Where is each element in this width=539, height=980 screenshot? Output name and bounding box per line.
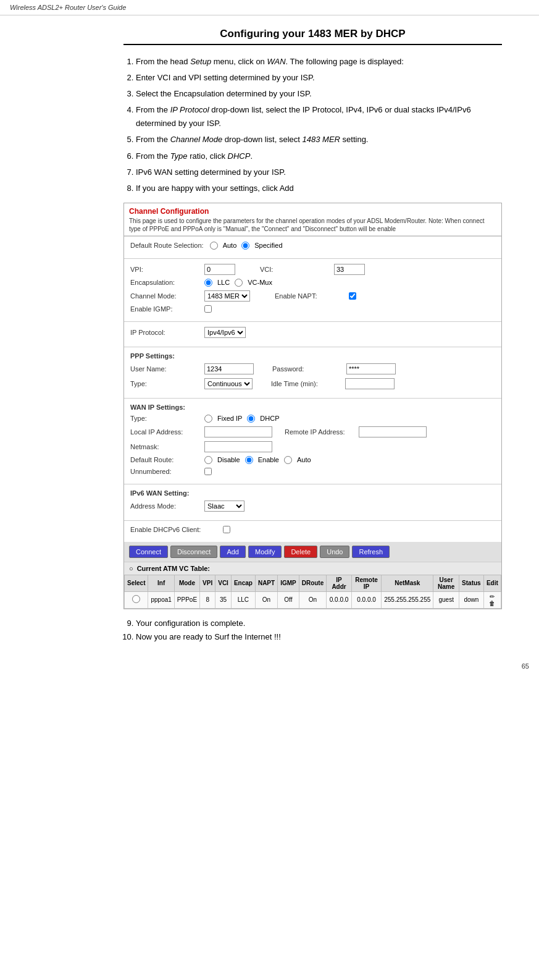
- row-napt: On: [255, 591, 277, 608]
- row-username: guest: [433, 591, 459, 608]
- encap-llc-radio[interactable]: [204, 279, 212, 287]
- row-select[interactable]: [125, 591, 148, 608]
- ipv6-wan-section: IPv6 WAN Setting: Address Mode: Slaac DH…: [124, 484, 501, 520]
- dhcpv6-row: Enable DHCPv6 Client:: [130, 526, 495, 533]
- col-mode: Mode: [174, 575, 199, 591]
- instruction-9: Your configuration is complete.: [136, 617, 502, 630]
- default-route-wan-row: Default Route: Disable Enable Auto: [130, 456, 495, 464]
- netmask-row: Netmask:: [130, 441, 495, 452]
- default-route-wan-label: Default Route:: [130, 456, 198, 463]
- encapsulation-label: Encapsulation:: [130, 279, 198, 286]
- default-route-radio-group[interactable]: Auto Specified: [210, 242, 283, 250]
- wan-fixed-ip-radio[interactable]: [204, 415, 212, 423]
- wan-type-row: Type: Fixed IP DHCP: [130, 415, 495, 423]
- channel-mode-row: Channel Mode: 1483 MER Enable NAPT:: [130, 290, 495, 302]
- modify-button[interactable]: Modify: [248, 546, 282, 558]
- table-row: pppoa1 PPPoE 8 35 LLC On Off On 0.0.0.0 …: [125, 591, 501, 608]
- content-area: Configuring your 1483 MER by DHCP From t…: [0, 15, 539, 656]
- refresh-button[interactable]: Refresh: [352, 546, 390, 558]
- encap-vcmux-radio[interactable]: [235, 279, 243, 287]
- delete-button[interactable]: Delete: [284, 546, 317, 558]
- vpi-vci-section: VPI: VCI: Encapsulation: LLC VC-Mux Chan…: [124, 258, 501, 321]
- username-label: User Name:: [130, 365, 198, 373]
- default-route-auto-radio[interactable]: [210, 242, 218, 250]
- instruction-4: From the IP Protocol drop-down list, sel…: [136, 103, 502, 130]
- instruction-8: If you are happy with your settings, cli…: [136, 182, 502, 195]
- row-mode: PPPoE: [174, 591, 199, 608]
- ip-protocol-section: IP Protocol: Ipv4/Ipv6 IPv4 IPv6: [124, 321, 501, 347]
- wan-ip-section: WAN IP Settings: Type: Fixed IP DHCP Loc…: [124, 398, 501, 484]
- enable-napt-checkbox[interactable]: [349, 292, 356, 300]
- col-encap: Encap: [231, 575, 255, 591]
- channel-config-header: Channel Configuration This page is used …: [124, 203, 501, 236]
- dr-enable-radio[interactable]: [245, 456, 253, 464]
- channel-config-title: Channel Configuration: [129, 207, 496, 216]
- row-edit[interactable]: ✏ 🗑: [483, 591, 501, 608]
- unnumbered-checkbox[interactable]: [204, 468, 212, 475]
- remote-ip-input[interactable]: [359, 426, 427, 437]
- add-button[interactable]: Add: [220, 546, 246, 558]
- instruction-7: IPv6 WAN setting determined by your ISP.: [136, 166, 502, 179]
- undo-button[interactable]: Undo: [320, 546, 349, 558]
- type-row: Type: Continuous Manual Idle Time (min):: [130, 378, 495, 389]
- col-droute: DRoute: [299, 575, 327, 591]
- instruction-5: From the Channel Mode drop-down list, se…: [136, 133, 502, 146]
- wan-type-radio-group[interactable]: Fixed IP DHCP: [204, 415, 280, 423]
- header-text: Wireless ADSL2+ Router User's Guide: [10, 4, 126, 11]
- ppp-settings-label: PPP Settings:: [130, 352, 495, 360]
- default-route-section: Default Route Selection: Auto Specified: [124, 236, 501, 258]
- enable-igmp-row: Enable IGMP:: [130, 305, 495, 313]
- enable-napt-label: Enable NAPT:: [275, 292, 343, 300]
- connect-button[interactable]: Connect: [129, 546, 168, 558]
- enable-igmp-label: Enable IGMP:: [130, 305, 198, 313]
- col-vpi: VPI: [200, 575, 215, 591]
- page-header: Wireless ADSL2+ Router User's Guide: [0, 0, 539, 15]
- row-ip-addr: 0.0.0.0: [327, 591, 352, 608]
- dhcpv6-section: Enable DHCPv6 Client:: [124, 520, 501, 542]
- password-input[interactable]: [346, 363, 396, 374]
- disconnect-button[interactable]: Disconnect: [170, 546, 217, 558]
- col-igmp: IGMP: [278, 575, 299, 591]
- row-encap: LLC: [231, 591, 255, 608]
- dhcpv6-checkbox[interactable]: [223, 526, 230, 533]
- instruction-10: Now you are ready to Surf the Internet !…: [136, 630, 502, 644]
- ppp-settings-section: PPP Settings: User Name: Password: Type:…: [124, 347, 501, 398]
- enable-igmp-checkbox[interactable]: [204, 305, 212, 313]
- instruction-6: From the Type ratio, click DHCP.: [136, 150, 502, 163]
- netmask-input[interactable]: [204, 441, 272, 452]
- page-title: Configuring your 1483 MER by DHCP: [123, 28, 502, 45]
- row-netmask: 255.255.255.255: [382, 591, 433, 608]
- atm-table: Select Inf Mode VPI VCI Encap NAPT IGMP …: [124, 575, 501, 609]
- local-ip-input[interactable]: [204, 426, 272, 437]
- wan-dhcp-radio[interactable]: [247, 415, 255, 423]
- idle-time-input[interactable]: [345, 378, 395, 389]
- default-route-wan-radio-group[interactable]: Disable Enable Auto: [204, 456, 311, 464]
- col-ip-addr: IP Addr: [327, 575, 352, 591]
- type-select[interactable]: Continuous Manual: [204, 378, 253, 389]
- vci-label: VCI:: [260, 266, 328, 273]
- ipv6-wan-label: IPv6 WAN Setting:: [130, 489, 495, 497]
- unnumbered-row: Unnumbered:: [130, 468, 495, 475]
- default-route-label: Default Route Selection:: [130, 242, 204, 249]
- vpi-input[interactable]: [204, 264, 235, 275]
- row-igmp: Off: [278, 591, 299, 608]
- col-edit: Edit: [483, 575, 501, 591]
- atm-table-header: ○ Current ATM VC Table:: [124, 562, 501, 575]
- dr-auto-radio[interactable]: [284, 456, 292, 464]
- row-vci: 35: [215, 591, 232, 608]
- password-label: Password:: [272, 365, 340, 373]
- username-row: User Name: Password:: [130, 363, 495, 374]
- vpi-vci-row: VPI: VCI:: [130, 264, 495, 275]
- address-mode-select[interactable]: Slaac DHCPv6: [204, 501, 244, 512]
- instruction-3: Select the Encapsulation determined by y…: [136, 87, 502, 101]
- atm-table-header-row: Select Inf Mode VPI VCI Encap NAPT IGMP …: [125, 575, 501, 591]
- channel-mode-select[interactable]: 1483 MER: [204, 290, 250, 302]
- ip-protocol-select[interactable]: Ipv4/Ipv6 IPv4 IPv6: [204, 327, 246, 338]
- encapsulation-radio-group[interactable]: LLC VC-Mux: [204, 279, 272, 287]
- dr-disable-radio[interactable]: [204, 456, 212, 464]
- username-input[interactable]: [204, 363, 254, 374]
- vci-input[interactable]: [334, 264, 365, 275]
- instructions-list: From the head Setup menu, click on WAN. …: [123, 55, 502, 195]
- default-route-specified-radio[interactable]: [241, 242, 249, 250]
- col-select: Select: [125, 575, 148, 591]
